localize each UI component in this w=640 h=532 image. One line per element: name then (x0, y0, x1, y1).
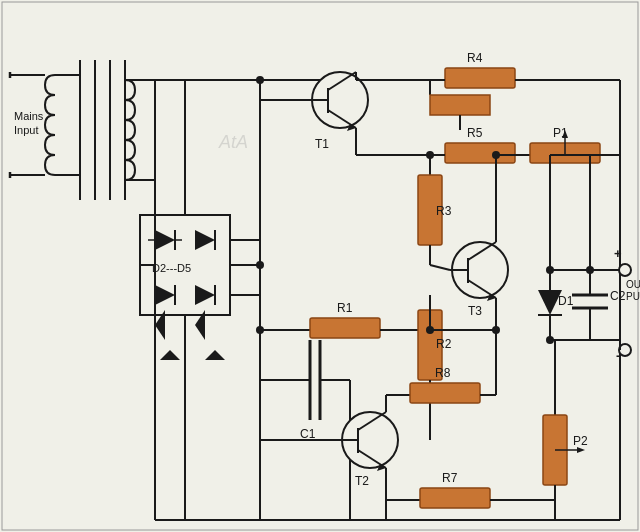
svg-text:P1: P1 (553, 126, 568, 140)
circuit-diagram: Mains Input D2---D5 (0, 0, 640, 532)
svg-text:R3: R3 (436, 204, 452, 218)
svg-point-169 (256, 261, 264, 269)
svg-text:R5: R5 (467, 126, 483, 140)
svg-text:P2: P2 (573, 434, 588, 448)
svg-text:PUT: PUT (626, 291, 640, 302)
svg-rect-138 (410, 383, 480, 403)
circuit-canvas: SWAGATAM INNOVATIONS SWAGATAM INNOVATION… (0, 0, 640, 532)
svg-text:D2---D5: D2---D5 (152, 262, 191, 274)
svg-text:R2: R2 (436, 337, 452, 351)
svg-text:+: + (614, 246, 622, 261)
svg-point-162 (256, 326, 264, 334)
svg-text:OUT: OUT (626, 279, 640, 290)
svg-text:R7: R7 (442, 471, 458, 485)
svg-text:T1: T1 (315, 137, 329, 151)
svg-rect-115 (310, 318, 380, 338)
svg-text:C1: C1 (300, 427, 316, 441)
svg-point-159 (426, 151, 434, 159)
svg-text:R8: R8 (435, 366, 451, 380)
svg-text:Mains: Mains (14, 110, 44, 122)
svg-rect-151 (420, 488, 490, 508)
svg-text:T2: T2 (355, 474, 369, 488)
svg-rect-59 (445, 68, 515, 88)
svg-point-158 (256, 76, 264, 84)
svg-point-105 (619, 264, 631, 276)
svg-text:Input: Input (14, 124, 38, 136)
svg-text:D1: D1 (558, 294, 574, 308)
svg-text:R4: R4 (467, 51, 483, 65)
svg-point-160 (492, 326, 500, 334)
svg-text:T3: T3 (468, 304, 482, 318)
svg-point-164 (492, 151, 500, 159)
svg-text:-: - (616, 348, 620, 363)
svg-rect-55 (430, 95, 490, 115)
svg-rect-64 (445, 143, 515, 163)
svg-point-161 (546, 336, 554, 344)
svg-text:R1: R1 (337, 301, 353, 315)
svg-text:C2: C2 (610, 289, 626, 303)
svg-text:AtA: AtA (218, 132, 248, 152)
